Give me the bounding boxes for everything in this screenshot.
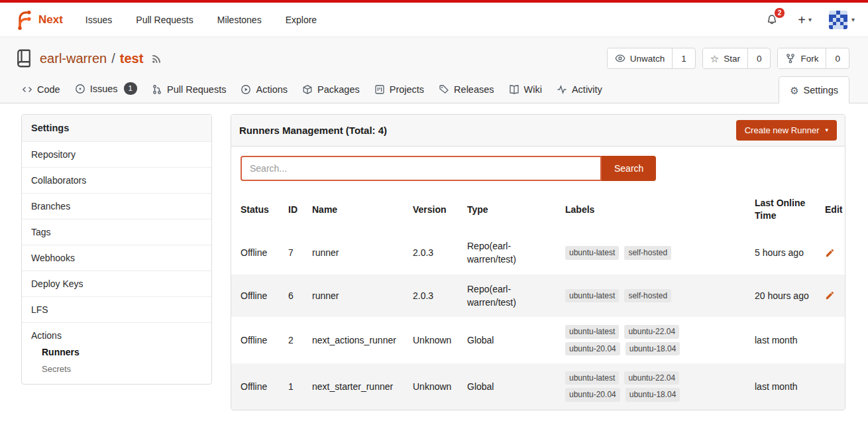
runner-row: Offline2next_actions_runnerUnknownGlobal… [231, 317, 845, 363]
nav-item-explore[interactable]: Explore [286, 15, 317, 25]
tab-packages[interactable]: Packages [295, 76, 367, 103]
runner-row: Offline6runner2.0.3Repo(earl-warren/test… [231, 274, 845, 318]
repo-name-link[interactable]: test [120, 51, 144, 66]
tab-label: Wiki [524, 84, 542, 95]
runner-last-online: last month [749, 317, 820, 363]
runner-id: 1 [283, 363, 307, 410]
column-header-last-online-time: Last Online Time [749, 188, 820, 231]
code-icon [22, 84, 32, 95]
tab-wiki[interactable]: Wiki [502, 76, 549, 103]
runner-label-badge: ubuntu-latest [565, 371, 619, 385]
tab-pull-requests[interactable]: Pull Requests [144, 76, 233, 103]
runner-edit-cell[interactable] [820, 274, 845, 318]
fork-icon [785, 53, 796, 64]
tab-projects[interactable]: Projects [367, 76, 431, 103]
nav-item-pull-requests[interactable]: Pull Requests [136, 15, 193, 25]
runners-panel: Runners Management (Total: 4) Create new… [231, 114, 845, 410]
unwatch-button[interactable]: Unwatch [608, 48, 673, 68]
tab-label: Settings [804, 85, 838, 95]
runner-version: 2.0.3 [407, 231, 462, 274]
runner-label-badge: ubuntu-latest [565, 289, 619, 302]
watch-count[interactable]: 1 [672, 48, 695, 68]
runner-labels: ubuntu-latestself-hosted [560, 231, 749, 274]
search-button[interactable]: Search [602, 156, 656, 181]
sidebar-item-tags[interactable]: Tags [22, 219, 211, 245]
star-count[interactable]: 0 [747, 48, 771, 68]
star-button-group: ☆ Star 0 [702, 48, 771, 69]
runner-status: Offline [231, 274, 283, 318]
fork-count[interactable]: 0 [826, 48, 849, 68]
eye-icon [615, 53, 625, 64]
sidebar-item-runners[interactable]: Runners [22, 343, 211, 361]
runner-edit-cell[interactable] [820, 231, 845, 274]
edit-icon[interactable] [825, 248, 835, 258]
sidebar-title: Settings [22, 115, 211, 141]
runner-last-online: last month [749, 363, 820, 410]
runner-label-badge: ubuntu-18.04 [625, 342, 680, 355]
runner-label-badge: ubuntu-latest [565, 325, 619, 338]
sidebar-actions-label[interactable]: Actions [22, 323, 211, 343]
watch-button-group: Unwatch 1 [607, 48, 696, 69]
notification-count-badge: 2 [773, 7, 787, 19]
star-label: Star [724, 54, 740, 64]
tab-label: Packages [317, 84, 360, 95]
create-runner-button[interactable]: Create new Runner ▾ [736, 120, 837, 141]
sidebar-item-deploy-keys[interactable]: Deploy Keys [22, 271, 211, 296]
sidebar-item-collaborators[interactable]: Collaborators [22, 167, 211, 193]
notifications-button[interactable]: 2 [763, 11, 781, 29]
tab-settings[interactable]: ⚙ Settings [779, 76, 849, 103]
tab-label: Projects [390, 84, 424, 95]
chevron-down-icon: ▾ [825, 127, 828, 133]
tab-label: Issues [90, 84, 118, 94]
runner-labels: ubuntu-latestself-hosted [560, 274, 749, 318]
sidebar-item-webhooks[interactable]: Webhooks [22, 245, 211, 271]
project-board-icon [374, 84, 385, 95]
sidebar-items: RepositoryCollaboratorsBranchesTagsWebho… [22, 141, 211, 322]
runner-type: Global [462, 363, 560, 410]
repo-action-buttons: Unwatch 1 ☆ Star 0 [607, 48, 849, 69]
tab-label: Activity [572, 84, 602, 95]
runner-id: 7 [283, 231, 307, 274]
nav-item-issues[interactable]: Issues [85, 15, 112, 25]
runner-name: next_starter_runner [307, 363, 407, 410]
star-icon: ☆ [710, 54, 719, 64]
chevron-down-icon: ▾ [851, 16, 855, 23]
tag-icon [439, 84, 449, 95]
issues-count-badge: 1 [124, 82, 137, 95]
sidebar-item-lfs[interactable]: LFS [22, 296, 211, 322]
table-header-row: StatusIDNameVersionTypeLabelsLast Online… [231, 188, 845, 231]
sidebar-item-repository[interactable]: Repository [22, 141, 211, 167]
repo-owner-link[interactable]: earl-warren [40, 51, 107, 66]
column-header-labels: Labels [560, 188, 749, 231]
pull-request-icon [152, 84, 162, 95]
search-input[interactable] [241, 156, 602, 181]
runner-status: Offline [231, 363, 283, 410]
brand-name: Next [38, 13, 63, 27]
package-icon [302, 84, 313, 95]
runner-name: next_actions_runner [307, 317, 407, 363]
tab-code[interactable]: Code [15, 76, 68, 103]
sidebar-item-actions[interactable]: Actions Runners Secrets [22, 322, 211, 384]
sidebar-item-secrets[interactable]: Secrets [22, 361, 211, 377]
rss-icon[interactable] [151, 52, 163, 64]
home-link[interactable]: Next [13, 10, 63, 30]
runner-name: runner [307, 274, 407, 318]
tab-issues[interactable]: Issues 1 [68, 74, 144, 103]
settings-sidebar: Settings RepositoryCollaboratorsBranches… [21, 114, 212, 385]
fork-button[interactable]: Fork [778, 48, 826, 68]
navbar-right: 2 + ▾ ▾ [763, 11, 855, 29]
nav-item-milestones[interactable]: Milestones [217, 15, 262, 25]
create-new-button[interactable]: + ▾ [798, 13, 812, 27]
runner-edit-cell [820, 317, 845, 363]
main-nav: Issues Pull Requests Milestones Explore [85, 15, 317, 25]
repo-header: earl-warren / test Unwatch 1 [0, 37, 868, 103]
star-button[interactable]: ☆ Star [703, 48, 747, 68]
sidebar-item-branches[interactable]: Branches [22, 193, 211, 219]
user-menu[interactable]: ▾ [829, 11, 855, 29]
tab-releases[interactable]: Releases [431, 76, 501, 103]
repo-icon [15, 49, 33, 68]
tab-actions[interactable]: Actions [233, 76, 295, 103]
tab-activity[interactable]: Activity [549, 76, 610, 103]
edit-icon[interactable] [825, 290, 835, 300]
runner-labels: ubuntu-latestubuntu-22.04ubuntu-20.04ubu… [560, 363, 749, 410]
